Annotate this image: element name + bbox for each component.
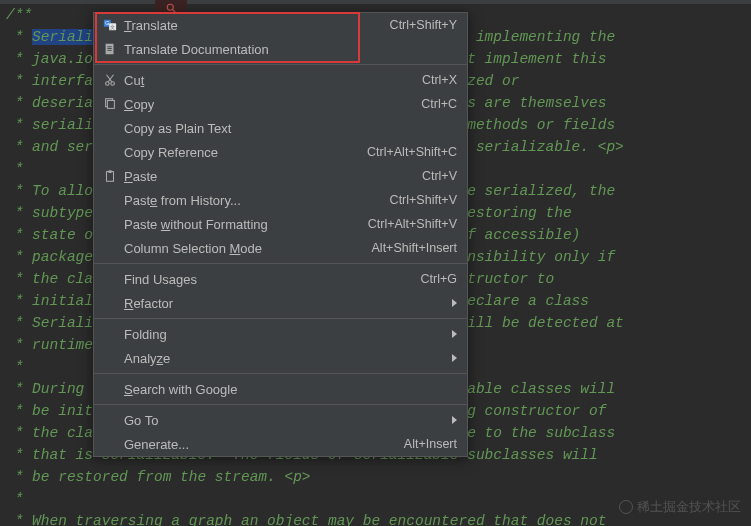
menu-shortcut: Alt+Insert	[404, 437, 457, 451]
svg-rect-9	[107, 50, 111, 51]
svg-point-11	[111, 82, 115, 86]
context-menu: G文TranslateCtrl+Shift+YTranslate Documen…	[93, 12, 468, 457]
translate-icon: G文	[100, 18, 120, 32]
menu-item-label: Go To	[120, 413, 452, 428]
menu-item-label: Find Usages	[120, 272, 421, 287]
menu-item-find-usages[interactable]: Find UsagesCtrl+G	[94, 267, 467, 291]
menu-shortcut: Ctrl+X	[422, 73, 457, 87]
menu-item-paste-without-formatting[interactable]: Paste without FormattingCtrl+Alt+Shift+V	[94, 212, 467, 236]
menu-shortcut: Ctrl+Shift+V	[390, 193, 457, 207]
menu-item-label: Paste from History...	[120, 193, 390, 208]
globe-icon	[619, 500, 633, 514]
svg-rect-8	[107, 48, 111, 49]
menu-item-label: Column Selection Mode	[120, 241, 372, 256]
menu-item-translate-documentation[interactable]: Translate Documentation	[94, 37, 467, 61]
menu-item-copy[interactable]: CopyCtrl+C	[94, 92, 467, 116]
code-line: * be restored from the stream. <p>	[6, 466, 751, 488]
menu-separator	[94, 404, 467, 405]
menu-item-translate[interactable]: G文TranslateCtrl+Shift+Y	[94, 13, 467, 37]
menu-item-analyze[interactable]: Analyze	[94, 346, 467, 370]
menu-shortcut: Ctrl+Alt+Shift+C	[367, 145, 457, 159]
menu-item-label: Cut	[120, 73, 422, 88]
svg-rect-16	[107, 172, 114, 182]
menu-item-copy-as-plain-text[interactable]: Copy as Plain Text	[94, 116, 467, 140]
svg-rect-15	[107, 101, 114, 109]
menu-item-label: Folding	[120, 327, 452, 342]
menu-item-label: Copy Reference	[120, 145, 367, 160]
watermark: 稀土掘金技术社区	[619, 498, 741, 516]
menu-item-generate[interactable]: Generate...Alt+Insert	[94, 432, 467, 456]
menu-item-label: Search with Google	[120, 382, 457, 397]
editor-toolbar	[0, 0, 751, 4]
svg-point-10	[106, 82, 110, 86]
svg-text:文: 文	[110, 24, 115, 30]
menu-shortcut: Ctrl+Alt+Shift+V	[368, 217, 457, 231]
menu-item-copy-reference[interactable]: Copy ReferenceCtrl+Alt+Shift+C	[94, 140, 467, 164]
chevron-right-icon	[452, 330, 457, 338]
menu-item-label: Copy as Plain Text	[120, 121, 457, 136]
menu-separator	[94, 318, 467, 319]
svg-point-0	[167, 4, 173, 10]
menu-item-label: Analyze	[120, 351, 452, 366]
menu-separator	[94, 64, 467, 65]
watermark-text: 稀土掘金技术社区	[637, 498, 741, 516]
menu-item-refactor[interactable]: Refactor	[94, 291, 467, 315]
chevron-right-icon	[452, 354, 457, 362]
menu-item-search-with-google[interactable]: Search with Google	[94, 377, 467, 401]
paste-icon	[100, 169, 120, 183]
menu-shortcut: Ctrl+G	[421, 272, 457, 286]
menu-item-label: Copy	[120, 97, 421, 112]
menu-item-label: Paste without Formatting	[120, 217, 368, 232]
menu-item-label: Translate	[120, 18, 390, 33]
svg-rect-17	[108, 170, 112, 173]
menu-shortcut: Alt+Shift+Insert	[372, 241, 457, 255]
cut-icon	[100, 73, 120, 87]
menu-separator	[94, 373, 467, 374]
menu-shortcut: Ctrl+Shift+Y	[390, 18, 457, 32]
menu-item-go-to[interactable]: Go To	[94, 408, 467, 432]
menu-item-column-selection-mode[interactable]: Column Selection ModeAlt+Shift+Insert	[94, 236, 467, 260]
menu-shortcut: Ctrl+V	[422, 169, 457, 183]
chevron-right-icon	[452, 416, 457, 424]
chevron-right-icon	[452, 299, 457, 307]
menu-item-label: Refactor	[120, 296, 452, 311]
menu-item-label: Translate Documentation	[120, 42, 457, 57]
copy-icon	[100, 97, 120, 111]
menu-item-label: Generate...	[120, 437, 404, 452]
svg-rect-7	[107, 46, 111, 47]
svg-text:G: G	[105, 20, 109, 26]
menu-shortcut: Ctrl+C	[421, 97, 457, 111]
menu-item-folding[interactable]: Folding	[94, 322, 467, 346]
menu-item-cut[interactable]: CutCtrl+X	[94, 68, 467, 92]
menu-item-paste[interactable]: PasteCtrl+V	[94, 164, 467, 188]
menu-item-paste-from-history[interactable]: Paste from History...Ctrl+Shift+V	[94, 188, 467, 212]
menu-item-label: Paste	[120, 169, 422, 184]
doc-icon	[100, 42, 120, 56]
menu-separator	[94, 263, 467, 264]
